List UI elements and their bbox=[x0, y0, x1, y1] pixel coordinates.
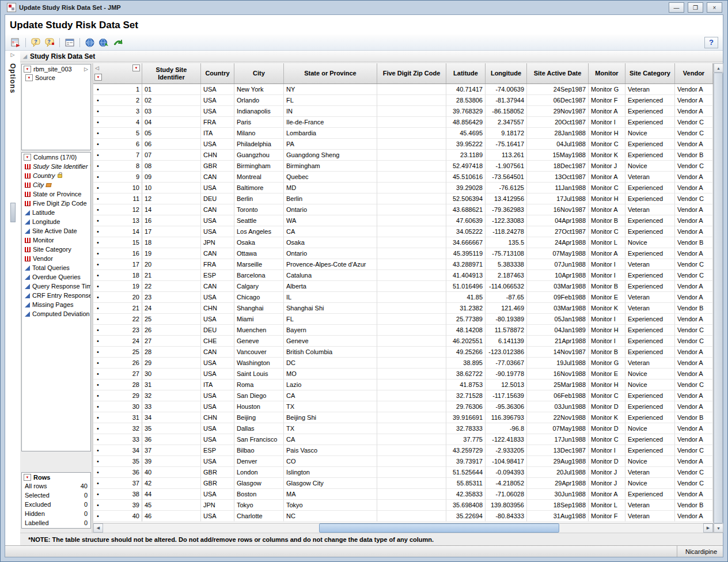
row-state-dot[interactable]: • bbox=[96, 193, 99, 204]
row-state-dot[interactable]: • bbox=[96, 183, 99, 193]
cell[interactable]: 18Sep1988 bbox=[527, 500, 589, 511]
cell[interactable]: 06Dec1987 bbox=[527, 95, 589, 106]
row-state-dot[interactable]: • bbox=[96, 204, 99, 215]
cell[interactable]: New York bbox=[234, 84, 284, 95]
cell[interactable]: MO bbox=[284, 369, 377, 379]
cell[interactable]: Orlando bbox=[234, 95, 284, 106]
cell[interactable] bbox=[377, 226, 446, 237]
cell[interactable]: JPN bbox=[201, 500, 234, 511]
cell[interactable]: Vendor A bbox=[675, 106, 713, 117]
row-label-cell[interactable]: •25 bbox=[93, 347, 142, 358]
cell[interactable]: FRA bbox=[201, 117, 234, 128]
cell[interactable]: Monitor F bbox=[589, 95, 625, 106]
cell[interactable]: Veteran bbox=[625, 467, 675, 478]
column-list-item[interactable]: State or Province bbox=[22, 189, 90, 199]
scroll-right-icon[interactable]: ▶ bbox=[703, 523, 713, 533]
row-state-dot[interactable]: • bbox=[96, 215, 99, 226]
row-label-cell[interactable]: •10 bbox=[93, 183, 142, 193]
cell[interactable]: Vendor B bbox=[675, 150, 713, 161]
cell[interactable]: 28.53806 bbox=[446, 95, 486, 106]
cell[interactable]: Ottawa bbox=[234, 248, 284, 259]
cell[interactable]: USA bbox=[201, 95, 234, 106]
cell[interactable]: Vendor A bbox=[675, 292, 713, 303]
row-label-cell[interactable]: •15 bbox=[93, 237, 142, 248]
horizontal-scrollbar[interactable]: ◀ ▶ bbox=[93, 523, 713, 533]
cell[interactable]: Tokyo bbox=[234, 500, 284, 511]
cell[interactable]: Monitor G bbox=[589, 84, 625, 95]
row-label-cell[interactable]: •12 bbox=[93, 204, 142, 215]
cell[interactable] bbox=[377, 128, 446, 139]
red-triangle-menu-icon[interactable]: ▼ bbox=[24, 474, 31, 481]
column-list-item[interactable]: Site Active Date bbox=[22, 226, 90, 236]
cell[interactable]: Bayern bbox=[284, 325, 377, 336]
cell[interactable]: -80.19389 bbox=[486, 314, 527, 325]
cell[interactable]: Paris bbox=[234, 117, 284, 128]
cell[interactable]: Novice bbox=[625, 423, 675, 434]
cell[interactable]: Monitor I bbox=[589, 117, 625, 128]
column-list-item[interactable]: Missing Pages bbox=[22, 300, 90, 309]
cell[interactable] bbox=[377, 215, 446, 226]
cell[interactable]: Monitor K bbox=[589, 303, 625, 314]
cell[interactable]: Vendor B bbox=[675, 412, 713, 423]
cell[interactable]: 16 bbox=[142, 215, 201, 226]
cell[interactable]: 12 bbox=[142, 193, 201, 204]
cell[interactable]: 29Aug1988 bbox=[527, 456, 589, 467]
cell[interactable]: Philadelphia bbox=[234, 139, 284, 150]
row-label-cell[interactable]: •18 bbox=[93, 270, 142, 281]
cell[interactable]: 24Sep1987 bbox=[527, 84, 589, 95]
cell[interactable]: 52.497418 bbox=[446, 161, 486, 172]
cell[interactable]: Monitor L bbox=[589, 500, 625, 511]
table-row[interactable]: •1821ESPBarcelonaCataluna41.4049132.1874… bbox=[93, 270, 713, 281]
cell[interactable]: Ontario bbox=[284, 248, 377, 259]
cell[interactable]: USA bbox=[201, 84, 234, 95]
cell[interactable]: Lombardia bbox=[284, 128, 377, 139]
cell[interactable]: CHE bbox=[201, 336, 234, 347]
cell[interactable]: 29 bbox=[142, 358, 201, 369]
outline-header[interactable]: ◢ Study Risk Data Set bbox=[20, 51, 723, 62]
cell[interactable]: USA bbox=[201, 423, 234, 434]
cell[interactable] bbox=[377, 95, 446, 106]
cell[interactable]: Novice bbox=[625, 161, 675, 172]
cell[interactable] bbox=[377, 237, 446, 248]
rows-menu-icon[interactable]: ▼ bbox=[94, 74, 102, 81]
cell[interactable]: 34 bbox=[142, 412, 201, 423]
cell[interactable]: Monitor I bbox=[589, 445, 625, 456]
table-row[interactable]: •303USAIndianapolisIN39.768329-86.158052… bbox=[93, 106, 713, 117]
cell[interactable]: Monitor C bbox=[589, 139, 625, 150]
table-row[interactable]: •3844USABostonMA42.35833-71.0602830Jun19… bbox=[93, 489, 713, 500]
cell[interactable]: Houston bbox=[234, 401, 284, 412]
red-triangle-menu-icon[interactable]: ▼ bbox=[24, 154, 31, 161]
cell[interactable]: 45.4695 bbox=[446, 128, 486, 139]
cell[interactable]: JPN bbox=[201, 237, 234, 248]
row-state-dot[interactable]: • bbox=[96, 500, 99, 510]
cell[interactable]: -80.84333 bbox=[486, 511, 527, 522]
cell[interactable]: Shanghai Shi bbox=[284, 303, 377, 314]
cell[interactable]: 45.395119 bbox=[446, 248, 486, 259]
minimize-button[interactable]: — bbox=[669, 2, 684, 13]
cell[interactable]: 09Feb1988 bbox=[527, 292, 589, 303]
cell[interactable]: 03Mar1988 bbox=[527, 281, 589, 292]
cell[interactable]: USA bbox=[201, 358, 234, 369]
cell[interactable]: FRA bbox=[201, 259, 234, 270]
cell[interactable]: USA bbox=[201, 434, 234, 445]
cell[interactable]: 08 bbox=[142, 161, 201, 172]
cell[interactable] bbox=[377, 150, 446, 161]
cell[interactable]: Berlin bbox=[234, 193, 284, 204]
cell[interactable] bbox=[377, 325, 446, 336]
cell[interactable]: NC bbox=[284, 511, 377, 522]
cell[interactable]: -75.713108 bbox=[486, 248, 527, 259]
cell[interactable]: Saint Louis bbox=[234, 369, 284, 379]
table-row[interactable]: •1214CANTorontoOntario43.688621-79.36298… bbox=[93, 204, 713, 215]
row-state-dot[interactable]: • bbox=[96, 347, 99, 357]
cell[interactable]: Vendor A bbox=[675, 369, 713, 379]
table-row[interactable]: •1518JPNOsakaOsaka34.666667135.524Apr198… bbox=[93, 237, 713, 248]
row-state-dot[interactable]: • bbox=[96, 128, 99, 138]
cell[interactable]: CAN bbox=[201, 281, 234, 292]
cell[interactable]: 47.60639 bbox=[446, 215, 486, 226]
cell[interactable]: Monitor D bbox=[589, 423, 625, 434]
cell[interactable]: 17Jul1988 bbox=[527, 193, 589, 204]
cell[interactable]: -4.218052 bbox=[486, 478, 527, 489]
table-row[interactable]: •1316USASeattleWA47.60639-122.3308304Apr… bbox=[93, 215, 713, 226]
table-row[interactable]: •606USAPhiladelphiaPA39.95222-75.1641704… bbox=[93, 139, 713, 150]
cell[interactable]: Vendor A bbox=[675, 84, 713, 95]
